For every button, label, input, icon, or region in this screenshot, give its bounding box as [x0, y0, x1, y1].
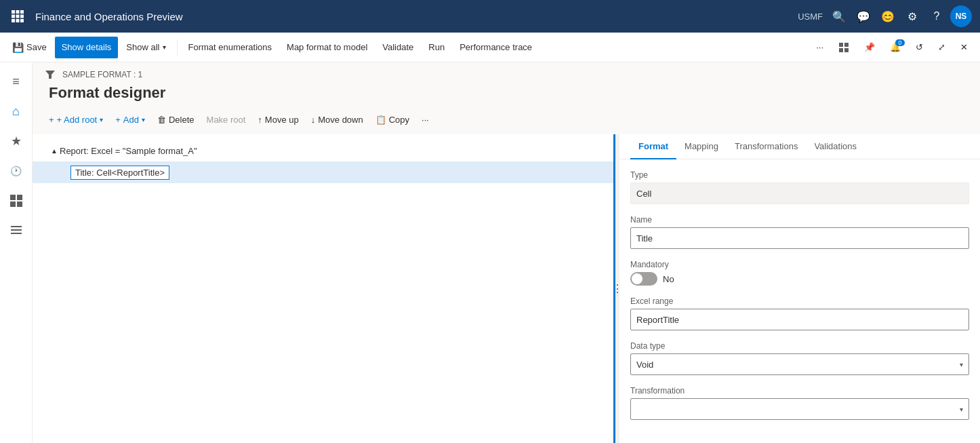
- app-grid-icon[interactable]: [8, 7, 27, 26]
- save-icon: 💾: [12, 42, 24, 53]
- performance-trace-button[interactable]: Performance trace: [453, 37, 539, 58]
- format-enumerations-button[interactable]: Format enumerations: [182, 37, 279, 58]
- sidebar-workspace[interactable]: [3, 187, 30, 214]
- type-value: Cell: [630, 182, 969, 204]
- add-button[interactable]: + Add ▾: [110, 110, 150, 129]
- sidebar-recent[interactable]: 🕐: [3, 157, 30, 185]
- properties-panel: Format Mapping Transformations Validatio…: [619, 134, 980, 443]
- svg-marker-20: [45, 71, 55, 79]
- svg-rect-14: [17, 195, 22, 200]
- show-details-button[interactable]: Show details: [55, 37, 119, 58]
- validate-button[interactable]: Validate: [375, 37, 420, 58]
- copy-button[interactable]: 📋 Copy: [370, 110, 415, 129]
- notification-icon[interactable]: 💬: [853, 5, 874, 27]
- name-label: Name: [630, 215, 969, 225]
- data-type-value: Void: [636, 360, 653, 370]
- sidebar-list[interactable]: [3, 217, 30, 244]
- data-type-arrow-icon: ▾: [960, 361, 963, 368]
- tab-mapping[interactable]: Mapping: [676, 134, 727, 159]
- move-up-icon: ↑: [258, 115, 262, 125]
- mandatory-no-label: No: [663, 274, 674, 284]
- tree-row-report[interactable]: ▲ Report: Excel = "Sample format_A": [33, 140, 613, 161]
- svg-rect-12: [844, 48, 849, 52]
- badge-button[interactable]: 🔔 0: [883, 37, 907, 58]
- svg-rect-2: [20, 10, 24, 14]
- svg-rect-16: [17, 201, 22, 207]
- properties-tabs: Format Mapping Transformations Validatio…: [619, 134, 980, 159]
- excel-range-label: Excel range: [630, 296, 969, 306]
- type-field: Type Cell: [630, 170, 969, 204]
- tab-transformations[interactable]: Transformations: [727, 134, 806, 159]
- sidebar-favorites[interactable]: ★: [3, 128, 30, 155]
- svg-rect-19: [11, 233, 22, 234]
- move-down-button[interactable]: ↓ Move down: [306, 110, 369, 129]
- map-format-button[interactable]: Map format to model: [280, 37, 374, 58]
- cmd-more-group: ··· 📌 🔔 0 ↺ ⤢ ✕: [809, 37, 975, 58]
- make-root-button[interactable]: Make root: [201, 110, 251, 129]
- page-title: Format designer: [33, 81, 980, 110]
- svg-rect-17: [11, 226, 22, 227]
- add-root-arrow-icon: ▾: [100, 116, 103, 123]
- data-type-select[interactable]: Void ▾: [630, 353, 969, 375]
- more-button[interactable]: ···: [809, 37, 830, 58]
- open-in-new-button[interactable]: ⤢: [931, 37, 952, 58]
- help-icon[interactable]: ?: [926, 5, 947, 27]
- tree-label-report: Report: Excel = "Sample format_A": [60, 146, 197, 156]
- face-icon[interactable]: 😊: [877, 5, 899, 27]
- title-bar: Finance and Operations Preview USMF 🔍 💬 …: [0, 0, 980, 33]
- settings-icon[interactable]: ⚙: [901, 5, 923, 27]
- search-icon[interactable]: 🔍: [828, 5, 850, 27]
- company-label: USMF: [798, 12, 823, 22]
- data-type-field: Data type Void ▾: [630, 341, 969, 375]
- cmd-separator-1: [177, 39, 178, 56]
- svg-rect-10: [844, 43, 849, 47]
- svg-rect-13: [10, 195, 16, 200]
- show-all-button[interactable]: Show all ▾: [119, 37, 172, 58]
- save-button[interactable]: 💾 Save: [5, 37, 54, 58]
- mandatory-label: Mandatory: [630, 260, 969, 269]
- move-down-icon: ↓: [311, 115, 316, 125]
- breadcrumb: SAMPLE FORMAT : 1: [62, 70, 142, 79]
- mandatory-toggle[interactable]: [630, 272, 657, 286]
- svg-rect-18: [11, 229, 22, 231]
- svg-rect-11: [839, 48, 843, 52]
- add-arrow-icon: ▾: [142, 116, 145, 123]
- tree-label-title: Title: Cell<ReportTitle>: [70, 166, 169, 180]
- sidebar-hamburger[interactable]: ≡: [3, 68, 30, 95]
- top-icons-group: USMF 🔍 💬 😊 ⚙ ? NS: [798, 5, 972, 27]
- more-actions-button[interactable]: ···: [416, 110, 434, 129]
- svg-rect-6: [12, 19, 15, 22]
- type-label: Type: [630, 170, 969, 180]
- split-pane: ▲ Report: Excel = "Sample format_A" Titl…: [33, 134, 980, 443]
- sidebar: ≡ ⌂ ★ 🕐: [0, 62, 33, 443]
- transformation-arrow-icon: ▾: [960, 406, 963, 413]
- svg-rect-3: [12, 15, 15, 18]
- tree-row-title[interactable]: Title: Cell<ReportTitle>: [33, 161, 613, 183]
- transformation-label: Transformation: [630, 386, 969, 396]
- add-root-icon: +: [49, 115, 54, 125]
- svg-rect-15: [10, 201, 16, 207]
- move-up-button[interactable]: ↑ Move up: [252, 110, 304, 129]
- add-icon: +: [115, 115, 121, 125]
- mandatory-field: Mandatory No: [630, 260, 969, 286]
- tab-format[interactable]: Format: [630, 134, 676, 159]
- app-title: Finance and Operations Preview: [35, 11, 790, 22]
- sidebar-home[interactable]: ⌂: [3, 98, 30, 125]
- tab-validations[interactable]: Validations: [806, 134, 865, 159]
- excel-range-input[interactable]: [630, 309, 969, 330]
- refresh-button[interactable]: ↺: [909, 37, 930, 58]
- tree-toggle-title: [60, 167, 70, 178]
- run-button[interactable]: Run: [422, 37, 451, 58]
- transformation-select[interactable]: ▾: [630, 398, 969, 420]
- designer-icon-button[interactable]: [832, 37, 856, 58]
- filter-icon[interactable]: [43, 68, 57, 81]
- close-button[interactable]: ✕: [954, 37, 975, 58]
- tree-toggle-report[interactable]: ▲: [49, 145, 60, 156]
- avatar-icon[interactable]: NS: [950, 5, 972, 27]
- pin-button[interactable]: 📌: [857, 37, 882, 58]
- delete-button[interactable]: 🗑 Delete: [152, 110, 200, 129]
- name-input[interactable]: [630, 227, 969, 249]
- transformation-field: Transformation ▾: [630, 386, 969, 420]
- add-root-button[interactable]: + + Add root ▾: [43, 110, 108, 129]
- svg-rect-1: [16, 10, 20, 14]
